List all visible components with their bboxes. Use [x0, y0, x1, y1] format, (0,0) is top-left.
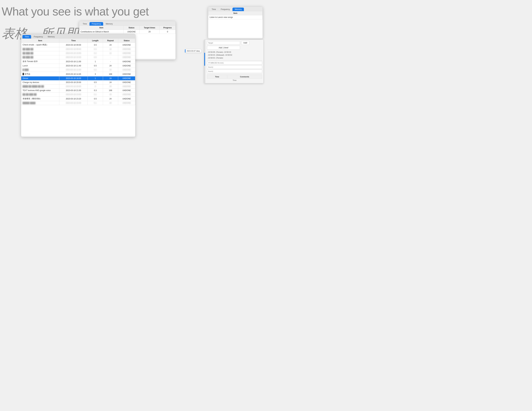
cell-status: UNDONE	[118, 55, 135, 59]
hours-input-1[interactable]	[207, 65, 262, 69]
table-row[interactable]: TEXT textnow AND google voice 2023-03-18…	[21, 88, 135, 93]
cell-time: 2023-03-18 21:00	[59, 88, 88, 93]
table-row[interactable]: █ ███ 2023-03-18 12:40 0.2 24 UNDONE	[21, 68, 135, 72]
target-input[interactable]	[207, 41, 240, 45]
cell-time: 2023-03-18 09:40	[59, 47, 88, 51]
cell-length: 0.5	[88, 64, 103, 68]
cell-repeat: 24	[103, 68, 118, 72]
tab-memory-top[interactable]: Memory	[232, 8, 244, 11]
cell-repeat: 24	[103, 84, 118, 88]
tab-freq-top[interactable]: Frequency	[218, 8, 232, 11]
target-row: Add!	[207, 41, 262, 45]
cell-status: UNDONE	[118, 101, 135, 105]
cell-item: 准备睡觉（睡前准备）	[21, 97, 59, 101]
cell-length: 0.3	[88, 88, 103, 93]
main-tab-bar: Time Frequency Memory	[21, 34, 135, 38]
cell-item: Listen to Lana's new songs	[208, 15, 263, 19]
time-input[interactable]	[207, 61, 262, 65]
add1-button[interactable]: Add 1 time!	[207, 46, 240, 50]
cell-status: UNDONE	[118, 97, 135, 101]
cell-status: UNDONE	[118, 43, 135, 47]
cell-status: UNDONE	[118, 59, 135, 64]
add-button[interactable]: Add!	[241, 41, 249, 45]
table-row[interactable]: ██ ███ ██ 2023-03-18 09:40 0.3 12 UNDONE	[21, 47, 135, 51]
cell-time: 2023-03-18 18:00	[59, 76, 88, 80]
main-table: Item Time Length Repeat Status Check ema…	[21, 38, 135, 105]
cell-repeat: 24	[103, 97, 118, 101]
main-window: Time Frequency Memory Item Time Length R…	[21, 34, 135, 137]
cell-length: 0.1	[88, 101, 103, 105]
cell-status: UNDONE	[118, 47, 135, 51]
tab-memory-freq[interactable]: Memory	[104, 22, 115, 26]
cell-length: 1	[88, 59, 103, 64]
cell-item: █ 读书会	[21, 72, 59, 76]
tab-time-freq[interactable]: Time	[80, 22, 89, 26]
cell-status: UNDONE	[118, 72, 135, 76]
cell-item: ██ ██ ███ ██	[21, 93, 59, 97]
table-row[interactable]: 发布 Tomato 软件 2023-03-18 11:00 1 - UNDONE	[21, 59, 135, 64]
freq-tab-bar: Time Frequency Memory	[79, 21, 176, 26]
table-row[interactable]: █████ ████ 2023-03-18 23:45 0.1 24 UNDON…	[21, 101, 135, 105]
table-row[interactable]: Listen to Lana's new songs	[208, 15, 263, 19]
add1-row: Add 1 time!	[207, 46, 262, 50]
cell-length: 3	[88, 72, 103, 76]
cell-repeat: -	[103, 59, 118, 64]
cell-length: 0.5	[88, 55, 103, 59]
cell-status: UNDONE	[118, 80, 135, 84]
table-row[interactable]: Charge my devices 2023-03-18 20:00 0.5 2…	[21, 80, 135, 84]
cell-repeat: 24	[103, 93, 118, 97]
cell-repeat: 168	[103, 88, 118, 93]
hours-input-row2	[207, 69, 262, 73]
cell-item: 发布 Tomato 软件	[21, 59, 59, 64]
table-row[interactable]: Dinner 2023-03-18 18:00 1 24 UNDONE	[21, 76, 135, 80]
cell-time: 2023-03-18 20:00	[59, 84, 88, 88]
freq-table: Item Status Target times Progress Contri…	[79, 26, 176, 34]
hours-input-row1	[207, 65, 262, 69]
tab-time-top[interactable]: Time	[209, 8, 218, 11]
cell-status: UNDONE	[118, 51, 135, 55]
memory-top-table: Item Listen to Lana's new songs	[208, 11, 263, 19]
cell-repeat: 24	[103, 80, 118, 84]
table-row[interactable]: ████ ██ ████ ██ ██ 2023-03-18 20:00 3 24…	[21, 84, 135, 88]
cell-target: 20	[139, 30, 160, 34]
cell-status: UNDONE	[124, 30, 139, 34]
cell-item: ██ ███ ██	[21, 51, 59, 55]
tab-freq-main[interactable]: Frequency	[31, 35, 45, 38]
col-time-right: Time	[207, 75, 227, 79]
time-label-right: Time	[207, 79, 262, 82]
cell-status: UNDONE	[118, 84, 135, 88]
memory-window-top: Time Frequency Memory Item Listen to Lan…	[208, 6, 263, 39]
table-row[interactable]: Contributions on Github in March UNDONE …	[79, 30, 176, 34]
log-entry-0: - 10:56:08 -(Tomato)- 10:58:33	[207, 51, 262, 54]
col-progress-freq: Progress	[160, 26, 176, 30]
cell-item: ██ ███ ██	[21, 47, 59, 51]
table-row[interactable]: ██ ███ ██ 2023-03-18 10:00 0.2 12 UNDONE	[21, 51, 135, 55]
cell-item: ████ ██ ████ ██ ██	[21, 84, 59, 88]
table-row[interactable]: 准备睡觉（睡前准备） 2023-03-18 23:20 0.5 24 UNDON…	[21, 97, 135, 101]
table-row[interactable]: █ 读书会 2023-03-18 14:45 3 168 UNDONE	[21, 72, 135, 76]
cell-item: TEXT textnow AND google voice	[21, 88, 59, 93]
col-status: Status	[118, 39, 135, 43]
hours-input-2[interactable]	[207, 69, 262, 73]
cell-item: ██ ███ ██	[21, 55, 59, 59]
col-item-freq: Item	[79, 26, 124, 30]
tab-time-main[interactable]: Time	[22, 35, 31, 38]
diary-note[interactable]: 2023-03-07 diary	[185, 49, 201, 53]
cell-time: 2023-03-18 09:00	[59, 43, 88, 47]
cell-time: 2023-03-18 23:00	[59, 93, 88, 97]
cell-item: █████ ████	[21, 101, 59, 105]
col-item: Item	[21, 39, 59, 43]
table-row[interactable]: ██ ██ ███ ██ 2023-03-18 23:00 0.1 24 UND…	[21, 93, 135, 97]
cell-length: 1	[88, 76, 103, 80]
cell-repeat: 12	[103, 51, 118, 55]
cell-repeat: 168	[103, 72, 118, 76]
table-row[interactable]: Check emails （spark+网易） 2023-03-18 09:00…	[21, 43, 135, 47]
cell-length: 0.2	[88, 68, 103, 72]
tab-freq-freq[interactable]: Frequency	[89, 22, 103, 26]
table-row[interactable]: Lunch 2023-03-18 11:40 0.5 24 UNDONE	[21, 64, 135, 68]
cell-status: UNDONE	[118, 64, 135, 68]
tab-memory-main[interactable]: Memory	[46, 35, 57, 38]
diary-label: 2023-03-07 diary	[187, 50, 200, 52]
table-row[interactable]: ██ ███ ██ 2023-03-18 10:30 0.5 - UNDONE	[21, 55, 135, 59]
col-status-freq: Status	[124, 26, 139, 30]
